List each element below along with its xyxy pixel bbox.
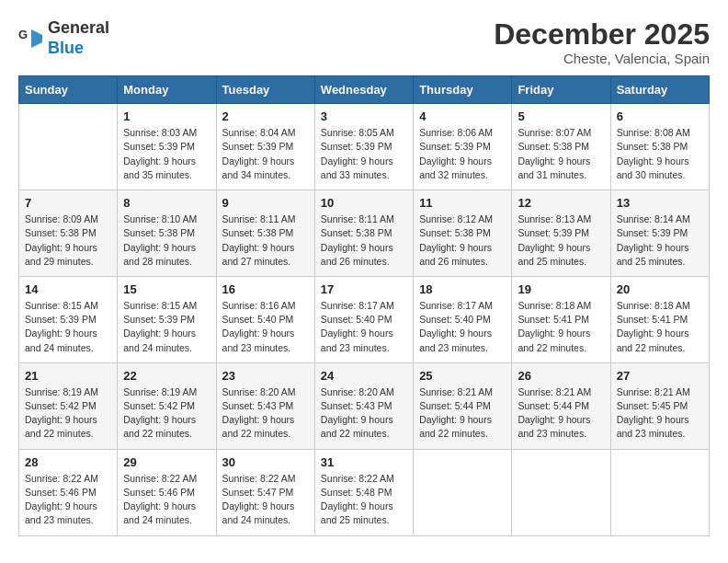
sunset: Sunset: 5:40 PM (222, 314, 294, 325)
calendar-cell: 13 Sunrise: 8:14 AM Sunset: 5:39 PM Dayl… (610, 190, 709, 277)
sunrise: Sunrise: 8:22 AM (123, 473, 197, 484)
week-row-4: 28 Sunrise: 8:22 AM Sunset: 5:46 PM Dayl… (19, 449, 710, 535)
sunrise: Sunrise: 8:15 AM (25, 300, 98, 311)
logo-text: General Blue (48, 18, 109, 58)
sunrise: Sunrise: 8:22 AM (321, 473, 394, 484)
daylight: Daylight: 9 hours and 27 minutes. (222, 242, 295, 267)
daylight: Daylight: 9 hours and 25 minutes. (321, 500, 393, 525)
day-info: Sunrise: 8:13 AM Sunset: 5:39 PM Dayligh… (518, 213, 604, 269)
calendar-table: SundayMondayTuesdayWednesdayThursdayFrid… (18, 75, 710, 535)
daylight: Daylight: 9 hours and 23 minutes. (321, 327, 393, 352)
sunset: Sunset: 5:43 PM (321, 400, 392, 411)
sunrise: Sunrise: 8:20 AM (222, 386, 296, 397)
daylight: Daylight: 9 hours and 23 minutes. (25, 500, 97, 525)
sunrise: Sunrise: 8:11 AM (321, 213, 394, 224)
week-row-0: 1 Sunrise: 8:03 AM Sunset: 5:39 PM Dayli… (19, 104, 710, 190)
day-number: 19 (518, 282, 604, 296)
sunrise: Sunrise: 8:19 AM (25, 386, 98, 397)
day-info: Sunrise: 8:06 AM Sunset: 5:39 PM Dayligh… (419, 126, 506, 182)
header-day-saturday: Saturday (610, 76, 709, 104)
calendar-cell: 3 Sunrise: 8:05 AM Sunset: 5:39 PM Dayli… (314, 104, 413, 190)
sunset: Sunset: 5:38 PM (222, 227, 294, 238)
sunrise: Sunrise: 8:21 AM (617, 386, 690, 397)
daylight: Daylight: 9 hours and 35 minutes. (123, 155, 196, 180)
calendar-cell: 5 Sunrise: 8:07 AM Sunset: 5:38 PM Dayli… (512, 104, 610, 190)
day-info: Sunrise: 8:12 AM Sunset: 5:38 PM Dayligh… (419, 213, 506, 269)
header-row: SundayMondayTuesdayWednesdayThursdayFrid… (19, 76, 710, 104)
sunrise: Sunrise: 8:05 AM (321, 127, 394, 138)
sunset: Sunset: 5:39 PM (25, 314, 97, 325)
sunrise: Sunrise: 8:03 AM (123, 127, 197, 138)
sunset: Sunset: 5:38 PM (419, 227, 491, 238)
calendar-body: 1 Sunrise: 8:03 AM Sunset: 5:39 PM Dayli… (19, 104, 710, 535)
location: Cheste, Valencia, Spain (494, 51, 710, 66)
week-row-1: 7 Sunrise: 8:09 AM Sunset: 5:38 PM Dayli… (19, 190, 710, 277)
calendar-cell: 24 Sunrise: 8:20 AM Sunset: 5:43 PM Dayl… (314, 362, 413, 449)
daylight: Daylight: 9 hours and 22 minutes. (419, 414, 492, 439)
day-number: 23 (222, 369, 309, 383)
calendar-cell: 16 Sunrise: 8:16 AM Sunset: 5:40 PM Dayl… (216, 276, 314, 362)
day-number: 22 (123, 369, 210, 383)
calendar-cell: 7 Sunrise: 8:09 AM Sunset: 5:38 PM Dayli… (19, 190, 118, 277)
day-info: Sunrise: 8:18 AM Sunset: 5:41 PM Dayligh… (617, 299, 703, 355)
daylight: Daylight: 9 hours and 24 minutes. (123, 500, 196, 525)
calendar-cell: 8 Sunrise: 8:10 AM Sunset: 5:38 PM Dayli… (118, 190, 216, 277)
day-number: 12 (518, 196, 604, 210)
sunset: Sunset: 5:45 PM (617, 400, 688, 411)
day-number: 13 (617, 196, 703, 210)
sunrise: Sunrise: 8:06 AM (419, 127, 493, 138)
sunrise: Sunrise: 8:18 AM (617, 300, 690, 311)
daylight: Daylight: 9 hours and 23 minutes. (518, 414, 590, 439)
calendar-cell: 9 Sunrise: 8:11 AM Sunset: 5:38 PM Dayli… (216, 190, 314, 277)
sunset: Sunset: 5:42 PM (25, 400, 97, 411)
week-row-2: 14 Sunrise: 8:15 AM Sunset: 5:39 PM Dayl… (19, 276, 710, 362)
day-number: 5 (518, 109, 604, 123)
sunset: Sunset: 5:46 PM (123, 487, 195, 498)
daylight: Daylight: 9 hours and 23 minutes. (222, 327, 295, 352)
header-day-sunday: Sunday (19, 76, 118, 104)
sunrise: Sunrise: 8:18 AM (518, 300, 591, 311)
day-info: Sunrise: 8:16 AM Sunset: 5:40 PM Dayligh… (222, 299, 309, 355)
sunrise: Sunrise: 8:22 AM (25, 473, 98, 484)
calendar-cell: 22 Sunrise: 8:19 AM Sunset: 5:42 PM Dayl… (118, 362, 216, 449)
day-info: Sunrise: 8:18 AM Sunset: 5:41 PM Dayligh… (518, 299, 604, 355)
daylight: Daylight: 9 hours and 33 minutes. (321, 155, 393, 180)
day-number: 20 (617, 282, 703, 296)
logo-icon: G (18, 26, 44, 52)
sunset: Sunset: 5:39 PM (123, 141, 195, 152)
calendar-cell (414, 449, 512, 535)
day-info: Sunrise: 8:15 AM Sunset: 5:39 PM Dayligh… (123, 299, 210, 355)
sunrise: Sunrise: 8:13 AM (518, 213, 591, 224)
calendar-cell (610, 449, 709, 535)
day-number: 29 (123, 455, 210, 469)
day-info: Sunrise: 8:22 AM Sunset: 5:46 PM Dayligh… (25, 472, 111, 528)
calendar-cell: 30 Sunrise: 8:22 AM Sunset: 5:47 PM Dayl… (216, 449, 314, 535)
day-number: 14 (25, 282, 111, 296)
week-row-3: 21 Sunrise: 8:19 AM Sunset: 5:42 PM Dayl… (19, 362, 710, 449)
calendar-cell: 27 Sunrise: 8:21 AM Sunset: 5:45 PM Dayl… (610, 362, 709, 449)
sunset: Sunset: 5:38 PM (321, 227, 392, 238)
day-number: 16 (222, 282, 309, 296)
calendar-cell: 12 Sunrise: 8:13 AM Sunset: 5:39 PM Dayl… (512, 190, 610, 277)
day-number: 1 (123, 109, 210, 123)
sunset: Sunset: 5:40 PM (419, 314, 491, 325)
daylight: Daylight: 9 hours and 25 minutes. (617, 242, 689, 267)
day-info: Sunrise: 8:05 AM Sunset: 5:39 PM Dayligh… (321, 126, 407, 182)
sunset: Sunset: 5:47 PM (222, 487, 294, 498)
day-info: Sunrise: 8:11 AM Sunset: 5:38 PM Dayligh… (321, 213, 407, 269)
sunrise: Sunrise: 8:14 AM (617, 213, 690, 224)
sunset: Sunset: 5:40 PM (321, 314, 392, 325)
day-number: 25 (419, 369, 506, 383)
sunrise: Sunrise: 8:10 AM (123, 213, 197, 224)
day-info: Sunrise: 8:22 AM Sunset: 5:46 PM Dayligh… (123, 472, 210, 528)
header-day-thursday: Thursday (414, 76, 512, 104)
day-info: Sunrise: 8:10 AM Sunset: 5:38 PM Dayligh… (123, 213, 210, 269)
daylight: Daylight: 9 hours and 22 minutes. (321, 414, 393, 439)
day-info: Sunrise: 8:11 AM Sunset: 5:38 PM Dayligh… (222, 213, 309, 269)
title-block: December 2025 Cheste, Valencia, Spain (494, 18, 710, 66)
calendar-cell: 1 Sunrise: 8:03 AM Sunset: 5:39 PM Dayli… (118, 104, 216, 190)
sunset: Sunset: 5:38 PM (123, 227, 195, 238)
day-info: Sunrise: 8:22 AM Sunset: 5:48 PM Dayligh… (321, 472, 407, 528)
daylight: Daylight: 9 hours and 28 minutes. (123, 242, 196, 267)
day-number: 7 (25, 196, 111, 210)
